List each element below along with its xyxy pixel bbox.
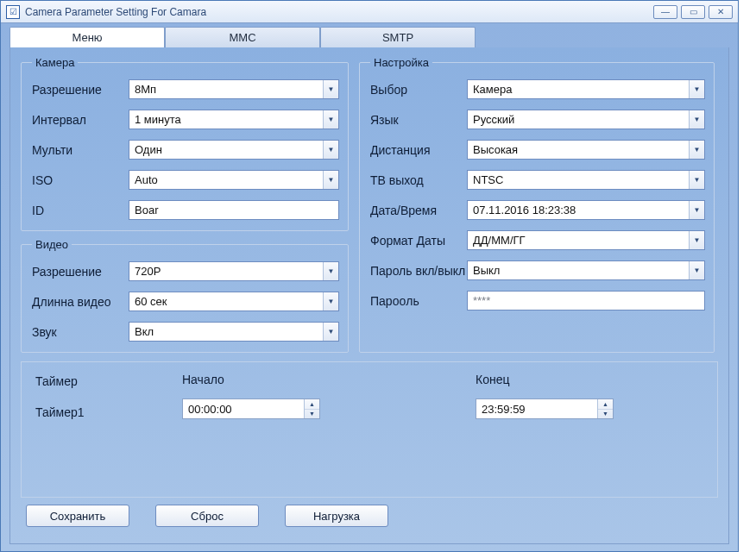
timer-end-input[interactable]: 23:59:59 ▲▼ bbox=[476, 398, 614, 419]
camera-iso-select[interactable]: Auto▼ bbox=[129, 170, 339, 190]
timer1-label: Таймер1 bbox=[35, 405, 156, 419]
camera-id-input[interactable]: Boar bbox=[129, 200, 339, 220]
settings-pwd-label: Пароοль bbox=[370, 294, 467, 308]
window-title: Camera Parameter Setting For Camara bbox=[25, 6, 206, 18]
chevron-down-icon: ▼ bbox=[323, 141, 338, 159]
video-duration-select[interactable]: 60 сек▼ bbox=[129, 292, 339, 311]
main-panel: Камера Разрешение 8Мп▼ Интервал 1 минута… bbox=[9, 47, 729, 544]
settings-pwd-toggle-label: Пароль вкл/выкл bbox=[370, 264, 467, 278]
chevron-down-icon: ▼ bbox=[323, 262, 338, 280]
chevron-down-icon: ▼ bbox=[598, 410, 613, 419]
load-button[interactable]: Нагрузка bbox=[285, 505, 388, 527]
group-settings: Настройка Выбор Камера▼ Язык Русский▼ Ди… bbox=[359, 56, 715, 353]
reset-button[interactable]: Сброс bbox=[155, 505, 259, 527]
settings-mode-select[interactable]: Камера▼ bbox=[467, 79, 705, 99]
video-resolution-label: Разрешение bbox=[32, 265, 129, 279]
settings-tvout-label: ТВ выход bbox=[370, 173, 467, 187]
video-sound-label: Звук bbox=[32, 325, 129, 339]
settings-mode-label: Выбор bbox=[370, 83, 467, 97]
app-window: Camera Parameter Setting For Camara — ▭ … bbox=[0, 0, 739, 552]
camera-interval-select[interactable]: 1 минута▼ bbox=[129, 110, 339, 129]
chevron-down-icon: ▼ bbox=[323, 110, 338, 129]
timer-start-input[interactable]: 00:00:00 ▲▼ bbox=[182, 398, 320, 419]
tab-smtp[interactable]: SMTP bbox=[320, 27, 476, 47]
timer-start-label: Начало bbox=[182, 373, 355, 386]
chevron-down-icon: ▼ bbox=[689, 171, 704, 189]
group-camera-legend: Камера bbox=[32, 56, 78, 69]
chevron-up-icon: ▲ bbox=[305, 399, 319, 410]
group-video-legend: Видео bbox=[32, 238, 72, 251]
timer-title: Таймер bbox=[35, 374, 156, 388]
camera-resolution-select[interactable]: 8Мп▼ bbox=[129, 79, 339, 99]
app-icon bbox=[6, 5, 20, 19]
timer-end-label: Конец bbox=[476, 373, 648, 386]
group-timer: Таймер Таймер1 Начало 00:00:00 ▲▼ Конец … bbox=[21, 361, 718, 498]
chevron-down-icon: ▼ bbox=[323, 292, 338, 310]
tab-mmc[interactable]: MMC bbox=[165, 27, 320, 47]
settings-language-select[interactable]: Русский▼ bbox=[467, 110, 705, 129]
save-button[interactable]: Сохранить bbox=[26, 505, 129, 527]
settings-distance-label: Дистанция bbox=[370, 143, 467, 157]
tab-strip: Меню MMC SMTP bbox=[1, 23, 738, 47]
chevron-down-icon: ▼ bbox=[689, 201, 704, 219]
settings-pwd-input[interactable]: **** bbox=[467, 291, 705, 310]
chevron-up-icon: ▲ bbox=[598, 399, 613, 410]
video-resolution-select[interactable]: 720P▼ bbox=[129, 261, 339, 281]
settings-datetime-select[interactable]: 07.11.2016 18:23:38▼ bbox=[467, 200, 705, 220]
camera-multi-label: Мульти bbox=[32, 143, 129, 157]
settings-distance-select[interactable]: Высокая▼ bbox=[467, 140, 705, 160]
chevron-down-icon: ▼ bbox=[689, 110, 704, 129]
settings-datetime-label: Дата/Время bbox=[370, 204, 467, 217]
minimize-button[interactable]: — bbox=[653, 5, 677, 19]
chevron-down-icon: ▼ bbox=[689, 261, 704, 279]
chevron-down-icon: ▼ bbox=[689, 80, 704, 98]
video-sound-select[interactable]: Вкл▼ bbox=[129, 322, 339, 342]
group-camera: Камера Разрешение 8Мп▼ Интервал 1 минута… bbox=[21, 56, 349, 231]
settings-language-label: Язык bbox=[370, 113, 467, 127]
spinner-buttons[interactable]: ▲▼ bbox=[597, 399, 613, 418]
chevron-down-icon: ▼ bbox=[689, 231, 704, 249]
close-button[interactable]: ✕ bbox=[709, 5, 733, 19]
maximize-button[interactable]: ▭ bbox=[681, 5, 705, 19]
settings-datefmt-select[interactable]: ДД/ММ/ГГ▼ bbox=[467, 230, 705, 250]
button-bar: Сохранить Сброс Нагрузка bbox=[21, 498, 718, 527]
tab-menu[interactable]: Меню bbox=[9, 27, 165, 47]
chevron-down-icon: ▼ bbox=[305, 410, 319, 419]
titlebar: Camera Parameter Setting For Camara — ▭ … bbox=[1, 1, 738, 23]
chevron-down-icon: ▼ bbox=[323, 171, 338, 189]
chevron-down-icon: ▼ bbox=[689, 141, 704, 159]
camera-interval-label: Интервал bbox=[32, 113, 129, 127]
camera-resolution-label: Разрешение bbox=[32, 83, 129, 97]
chevron-down-icon: ▼ bbox=[323, 323, 338, 341]
settings-pwd-toggle-select[interactable]: Выкл▼ bbox=[467, 260, 705, 280]
camera-id-label: ID bbox=[32, 204, 129, 217]
settings-tvout-select[interactable]: NTSC▼ bbox=[467, 170, 705, 190]
camera-iso-label: ISO bbox=[32, 173, 129, 187]
camera-multi-select[interactable]: Один▼ bbox=[129, 140, 339, 160]
group-video: Видео Разрешение 720P▼ Длинна видео 60 с… bbox=[21, 238, 349, 353]
video-duration-label: Длинна видео bbox=[32, 295, 129, 309]
settings-datefmt-label: Формат Даты bbox=[370, 234, 467, 248]
chevron-down-icon: ▼ bbox=[323, 80, 338, 98]
spinner-buttons[interactable]: ▲▼ bbox=[304, 399, 319, 418]
group-settings-legend: Настройка bbox=[370, 56, 432, 69]
